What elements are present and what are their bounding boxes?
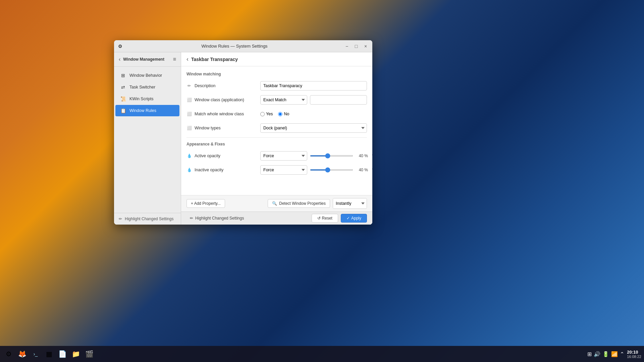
detect-window-properties-button[interactable]: 🔍 Detect Window Properties — [268, 199, 330, 208]
taskbar: ⚙ 🦊 ›_ ▦ 📄 📁 🎬 ⊞ 🔊 🔋 📶 ⌃ 20:10 16:08:22 — [0, 346, 644, 362]
inactive-opacity-row: 💧 Inactive opacity Force Apply Initially… — [186, 165, 367, 175]
sidebar-item-window-behavior[interactable]: ⊞ Window Behavior — [115, 70, 179, 81]
main-window: ⚙ Window Rules — System Settings − □ × ‹… — [114, 40, 372, 225]
window-title: Window Rules — System Settings — [126, 44, 343, 49]
taskbar-clock: 20:10 16:08:22 — [627, 350, 641, 359]
highlight-footer-icon: ✏ — [190, 216, 193, 221]
sidebar-back-button[interactable]: ‹ — [118, 56, 121, 63]
detect-label: Detect Window Properties — [279, 201, 326, 206]
taskbar-app-files[interactable]: 📄 — [56, 348, 68, 360]
sidebar-section-title: Window Management — [123, 57, 164, 62]
inactive-opacity-force-select[interactable]: Force Apply Initially Remember Do Not Af… — [260, 165, 307, 175]
panel-title: Taskbar Transparacy — [191, 57, 238, 62]
window-class-value-input[interactable] — [310, 95, 367, 105]
description-row: ✏ Description — [186, 80, 367, 91]
reset-label: Reset — [322, 216, 332, 221]
window-content: ‹ Window Management ≡ ⊞ Window Behavior … — [114, 52, 372, 225]
taskbar-wifi-icon[interactable]: 📶 — [611, 351, 618, 357]
active-opacity-force-select[interactable]: Force Apply Initially Remember Do Not Af… — [260, 151, 307, 161]
titlebar: ⚙ Window Rules — System Settings − □ × — [114, 40, 372, 52]
window-rules-icon: 📋 — [120, 108, 126, 114]
footer-bar: ✏ Highlight Changed Settings ↺ Reset ✓ A… — [181, 212, 372, 225]
match-whole-yes-label[interactable]: Yes — [260, 112, 273, 116]
sidebar-item-task-switcher[interactable]: ⇄ Task Switcher — [115, 81, 179, 93]
taskbar-app-firefox[interactable]: 🦊 — [16, 348, 28, 360]
match-whole-yes-radio[interactable] — [260, 112, 265, 116]
inactive-opacity-control: Force Apply Initially Remember Do Not Af… — [260, 165, 372, 175]
close-button[interactable]: × — [362, 42, 370, 50]
match-whole-no-label[interactable]: No — [278, 112, 289, 116]
reset-button[interactable]: ↺ Reset — [312, 214, 338, 223]
highlight-icon: ✏ — [119, 217, 122, 221]
instantly-select[interactable]: Instantly After 500ms After 1s — [333, 198, 367, 208]
window-class-label: ⬜ Window class (application) — [186, 97, 260, 103]
active-opacity-slider-container: 40 % — [310, 154, 368, 158]
sidebar-item-label-task-switcher: Task Switcher — [129, 85, 155, 89]
sidebar-item-label-kwin-scripts: KWin Scripts — [129, 97, 154, 101]
sidebar: ‹ Window Management ≡ ⊞ Window Behavior … — [114, 52, 181, 225]
description-input[interactable] — [260, 81, 367, 90]
apply-icon: ✓ — [346, 216, 350, 221]
taskbar-app-settings[interactable]: ⚙ — [3, 348, 15, 360]
match-whole-no-radio[interactable] — [278, 112, 282, 116]
window-types-label: ⬜ Window types — [186, 125, 260, 131]
taskbar-app-terminal[interactable]: ›_ — [30, 348, 42, 360]
description-label: ✏ Description — [186, 83, 260, 88]
window-behavior-icon: ⊞ — [120, 72, 126, 78]
description-icon: ✏ — [186, 83, 192, 88]
taskbar-app-folder[interactable]: 📁 — [70, 348, 82, 360]
active-opacity-control: Force Apply Initially Remember Do Not Af… — [260, 151, 372, 161]
app-icon: ⚙ — [117, 43, 123, 50]
taskbar-battery-icon[interactable]: 🔋 — [602, 351, 609, 357]
active-opacity-delete-button[interactable]: 🗑 — [371, 152, 372, 160]
active-opacity-percent: 40 % — [356, 154, 368, 158]
panel-header: ‹ Taskbar Transparacy — [181, 52, 372, 66]
window-class-icon: ⬜ — [186, 97, 192, 103]
highlight-footer-label: Highlight Changed Settings — [195, 216, 244, 221]
taskbar-arrow-icon[interactable]: ⌃ — [620, 351, 624, 357]
taskbar-volume-icon[interactable]: 🔊 — [594, 351, 600, 357]
taskbar-time: 20:10 — [627, 350, 641, 355]
sidebar-item-kwin-scripts[interactable]: 📜 KWin Scripts — [115, 93, 179, 105]
appearance-fixes-title: Appearance & Fixes — [186, 142, 367, 146]
inactive-opacity-delete-button[interactable]: 🗑 — [371, 166, 372, 174]
add-property-button[interactable]: + Add Property... — [186, 199, 225, 208]
window-types-select[interactable]: Dock (panel) Normal Window Dialog Utilit… — [260, 123, 367, 133]
bottom-action-bar: + Add Property... 🔍 Detect Window Proper… — [181, 195, 372, 212]
minimize-button[interactable]: − — [343, 42, 351, 50]
active-opacity-slider[interactable] — [310, 155, 353, 157]
highlight-changed-settings-button[interactable]: ✏ Highlight Changed Settings — [114, 213, 181, 225]
match-whole-label: ⬜ Match whole window class — [186, 111, 260, 117]
maximize-button[interactable]: □ — [352, 42, 360, 50]
active-opacity-row: 💧 Active opacity Force Apply Initially R… — [186, 150, 367, 161]
window-controls: − □ × — [343, 42, 370, 50]
task-switcher-icon: ⇄ — [120, 84, 126, 90]
panel-content: Window matching ✏ Description ⬜ Windo — [181, 66, 372, 195]
sidebar-item-label-window-rules: Window Rules — [129, 108, 156, 113]
description-control — [260, 81, 367, 90]
apply-button[interactable]: ✓ Apply — [341, 214, 367, 223]
active-opacity-label: 💧 Active opacity — [186, 153, 260, 159]
active-opacity-icon: 💧 — [186, 153, 192, 159]
highlight-label: Highlight Changed Settings — [125, 217, 173, 221]
inactive-opacity-slider[interactable] — [310, 169, 353, 171]
taskbar-app-media[interactable]: 🎬 — [83, 348, 95, 360]
taskbar-sys-icons: ⊞ 🔊 🔋 📶 ⌃ — [587, 351, 624, 357]
sidebar-menu-button[interactable]: ≡ — [172, 56, 177, 63]
highlight-footer-button[interactable]: ✏ Highlight Changed Settings — [186, 215, 247, 222]
inactive-opacity-label: 💧 Inactive opacity — [186, 167, 260, 173]
window-class-control: Exact Match Substring Match Regular Expr… — [260, 95, 367, 105]
main-panel: ‹ Taskbar Transparacy Window matching ✏ … — [181, 52, 372, 225]
taskbar-app-grid[interactable]: ▦ — [43, 348, 55, 360]
instantly-select-container: Instantly After 500ms After 1s — [333, 198, 367, 209]
sidebar-item-window-rules[interactable]: 📋 Window Rules — [115, 105, 179, 116]
reset-icon: ↺ — [317, 216, 321, 221]
window-types-control: Dock (panel) Normal Window Dialog Utilit… — [260, 123, 367, 133]
window-class-match-select[interactable]: Exact Match Substring Match Regular Expr… — [260, 95, 307, 105]
taskbar-date: 16:08:22 — [627, 355, 641, 359]
panel-back-button[interactable]: ‹ — [186, 56, 189, 63]
window-types-row: ⬜ Window types Dock (panel) Normal Windo… — [186, 123, 367, 133]
inactive-opacity-percent: 40 % — [356, 168, 368, 172]
match-whole-icon: ⬜ — [186, 111, 192, 117]
taskbar-grid-icon[interactable]: ⊞ — [587, 351, 592, 357]
